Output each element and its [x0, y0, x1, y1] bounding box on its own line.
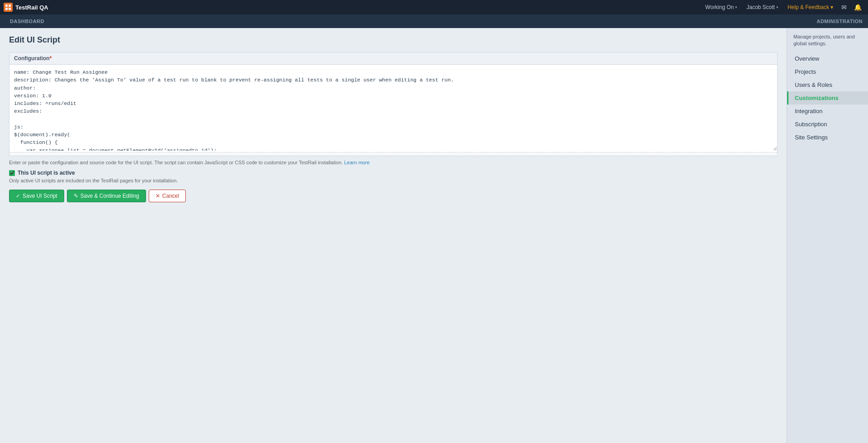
save-ui-script-button[interactable]: ✓ Save UI Script: [9, 190, 64, 202]
required-indicator: *: [50, 55, 52, 62]
active-checkbox-label[interactable]: This UI script is active: [18, 170, 75, 176]
top-navbar: TestRail QA Working On ▾ Jacob Scott ▾ H…: [0, 0, 868, 14]
nav-dashboard[interactable]: DASHBOARD: [5, 19, 49, 24]
mail-icon[interactable]: ✉: [839, 2, 849, 13]
save-continue-icon: ✎: [74, 193, 78, 199]
active-checkbox-row: This UI script is active: [9, 170, 778, 176]
nav-administration[interactable]: ADMINISTRATION: [816, 19, 863, 24]
active-checkbox[interactable]: [9, 170, 15, 176]
navbar-left: TestRail QA: [4, 3, 48, 12]
sidebar-item-overview[interactable]: Overview: [787, 52, 868, 65]
app-logo[interactable]: TestRail QA: [4, 3, 48, 12]
svg-rect-0: [5, 5, 8, 7]
secondary-navbar: DASHBOARD ADMINISTRATION: [0, 14, 868, 28]
active-checkbox-desc: Only active UI scripts are included on t…: [9, 178, 778, 183]
notification-icon[interactable]: 🔔: [851, 2, 864, 13]
code-textarea[interactable]: name: Change Test Run Assignee descripti…: [9, 65, 777, 151]
app-name: TestRail QA: [15, 4, 48, 11]
working-on-chevron-icon: ▾: [735, 5, 737, 10]
help-chevron-icon: ▾: [830, 4, 833, 10]
logo-icon: [4, 3, 13, 12]
save-checkmark-icon: ✓: [16, 193, 20, 199]
learn-more-link[interactable]: Learn more: [344, 160, 369, 165]
sidebar-item-users-roles[interactable]: Users & Roles: [787, 78, 868, 91]
sidebar-item-projects[interactable]: Projects: [787, 65, 868, 78]
user-chevron-icon: ▾: [776, 5, 778, 10]
svg-rect-1: [9, 5, 11, 7]
sidebar-item-integration[interactable]: Integration: [787, 105, 868, 118]
sidebar-item-subscription[interactable]: Subscription: [787, 118, 868, 131]
working-on-dropdown[interactable]: Working On ▾: [702, 2, 741, 12]
textarea-resize-handle[interactable]: [9, 152, 777, 156]
user-dropdown[interactable]: Jacob Scott ▾: [743, 2, 782, 12]
secondary-nav-left: DASHBOARD: [5, 19, 49, 24]
page-title: Edit UI Script: [9, 35, 778, 45]
action-buttons: ✓ Save UI Script ✎ Save & Continue Editi…: [9, 190, 778, 202]
svg-rect-2: [5, 8, 8, 10]
config-header: Configuration*: [9, 52, 777, 65]
main-layout: Edit UI Script Configuration* name: Chan…: [0, 28, 868, 443]
config-help-text: Enter or paste the configuration and sou…: [9, 160, 778, 165]
help-feedback-dropdown[interactable]: Help & Feedback ▾: [784, 2, 837, 12]
sidebar-item-site-settings[interactable]: Site Settings: [787, 131, 868, 144]
svg-rect-3: [9, 8, 11, 10]
cancel-button[interactable]: ✕ Cancel: [149, 190, 186, 202]
save-continue-button[interactable]: ✎ Save & Continue Editing: [67, 190, 146, 202]
sidebar-item-customizations[interactable]: Customizations: [787, 91, 868, 105]
cancel-x-icon: ✕: [156, 193, 160, 199]
navbar-right: Working On ▾ Jacob Scott ▾ Help & Feedba…: [702, 2, 864, 13]
content-area: Edit UI Script Configuration* name: Chan…: [0, 28, 787, 443]
config-section: Configuration* name: Change Test Run Ass…: [9, 52, 778, 156]
right-sidebar: Manage projects, users and global settin…: [787, 28, 868, 443]
sidebar-header-text: Manage projects, users and global settin…: [787, 33, 868, 52]
